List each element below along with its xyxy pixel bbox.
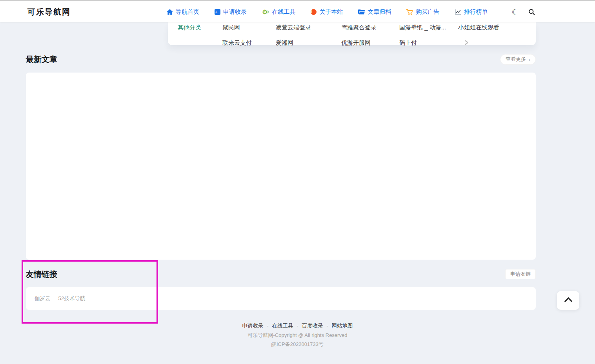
latest-articles-header: 最新文章 查看更多 › [26, 54, 536, 65]
chevron-right-icon[interactable] [458, 39, 536, 46]
friend-links-title: 友情链接 [26, 269, 57, 280]
footer-links: 申请收录 - 在线工具 - 百度收录 - 网站地图 [0, 322, 595, 329]
category-label[interactable]: 其他分类 [168, 23, 222, 45]
site-logo[interactable]: 可乐导航网 [27, 1, 71, 23]
apply-friend-link-label: 申请友链 [510, 271, 531, 278]
plus-square-icon: + [215, 9, 220, 15]
nav-item-label: 在线工具 [272, 8, 295, 16]
nav-item-home[interactable]: 导航首页 [167, 8, 199, 16]
footer-link-tools[interactable]: 在线工具 [272, 323, 293, 329]
nav-item-ranking[interactable]: 排行榜单 [455, 8, 488, 16]
info-circle-icon: i [311, 9, 317, 15]
nav-item-label: 关于本站 [319, 8, 343, 16]
nav-item-about[interactable]: i 关于本站 [311, 8, 343, 16]
nav-item-tools[interactable]: ⚙⚙ 在线工具 [262, 8, 295, 16]
footer-link-baidu[interactable]: 百度收录 [302, 323, 323, 329]
nav-item-label: 排行榜单 [464, 8, 488, 16]
latest-articles-box [26, 73, 536, 260]
site-link[interactable]: 小姐姐在线观看 [458, 24, 536, 31]
site-link[interactable]: 优游开服网 [341, 39, 399, 46]
apply-friend-link-button[interactable]: 申请友链 [505, 269, 536, 279]
folder-icon [358, 9, 365, 15]
chart-line-icon [455, 9, 461, 15]
view-more-label: 查看更多 [506, 56, 526, 63]
footer-link-sitemap[interactable]: 网站地图 [332, 323, 353, 329]
moon-icon[interactable]: ☾ [512, 9, 518, 16]
site-link[interactable]: 国漫壁纸 _ 动漫... [399, 24, 458, 31]
site-link[interactable]: 码上付 [399, 39, 458, 46]
friend-links-box: 伽罗云 52技术导航 [26, 287, 536, 310]
nav-item-label: 购买广告 [416, 8, 439, 16]
footer-separator: - [326, 323, 328, 329]
back-to-top-button[interactable] [557, 291, 579, 310]
cart-icon [406, 9, 413, 15]
header: 可乐导航网 导航首页 + 申请收录 ⚙⚙ 在线工具 i 关于本站 文章归档 [0, 0, 595, 22]
search-icon[interactable] [528, 9, 535, 15]
footer-icp-number[interactable]: 皖ICP备2022001733号 [0, 341, 595, 348]
footer-separator: - [267, 323, 269, 329]
friend-link[interactable]: 伽罗云 [35, 295, 51, 302]
friend-links-header: 友情链接 申请友链 [26, 269, 536, 280]
chevron-right-icon: › [528, 56, 530, 62]
site-link[interactable]: 聚民网 [222, 24, 276, 31]
home-icon [167, 9, 173, 15]
chevron-up-icon [564, 297, 573, 304]
category-links-grid: 聚民网 凌萱云端登录 雪雅聚合登录 国漫壁纸 _ 动漫... 小姐姐在线观看 联… [222, 23, 536, 45]
latest-articles-title: 最新文章 [26, 54, 57, 65]
view-more-button[interactable]: 查看更多 › [500, 54, 536, 65]
nav-item-ads[interactable]: 购买广告 [406, 8, 439, 16]
site-link[interactable]: 爱湘网 [276, 39, 341, 46]
site-link[interactable]: 联来云支付 [222, 39, 276, 46]
nav-item-archive[interactable]: 文章归档 [358, 8, 391, 16]
nav-item-label: 文章归档 [368, 8, 391, 16]
main-nav: 导航首页 + 申请收录 ⚙⚙ 在线工具 i 关于本站 文章归档 购买广告 [167, 1, 488, 23]
category-panel: 其他分类 聚民网 凌萱云端登录 雪雅聚合登录 国漫壁纸 _ 动漫... 小姐姐在… [168, 22, 536, 45]
footer-link-submit[interactable]: 申请收录 [242, 323, 263, 329]
footer: 申请收录 - 在线工具 - 百度收录 - 网站地图 可乐导航网-Copyrigh… [0, 322, 595, 348]
footer-copyright: 可乐导航网-Copyright @ All rights Reserved [0, 332, 595, 339]
site-link[interactable]: 雪雅聚合登录 [341, 24, 399, 31]
header-actions: ☾ [512, 1, 535, 23]
nav-item-label: 申请收录 [223, 8, 247, 16]
footer-separator: - [297, 323, 298, 329]
friend-link[interactable]: 52技术导航 [58, 295, 86, 302]
nav-item-label: 导航首页 [176, 8, 199, 16]
site-link[interactable]: 凌萱云端登录 [276, 24, 341, 31]
gears-icon: ⚙⚙ [262, 9, 269, 15]
nav-item-submit[interactable]: + 申请收录 [215, 8, 247, 16]
